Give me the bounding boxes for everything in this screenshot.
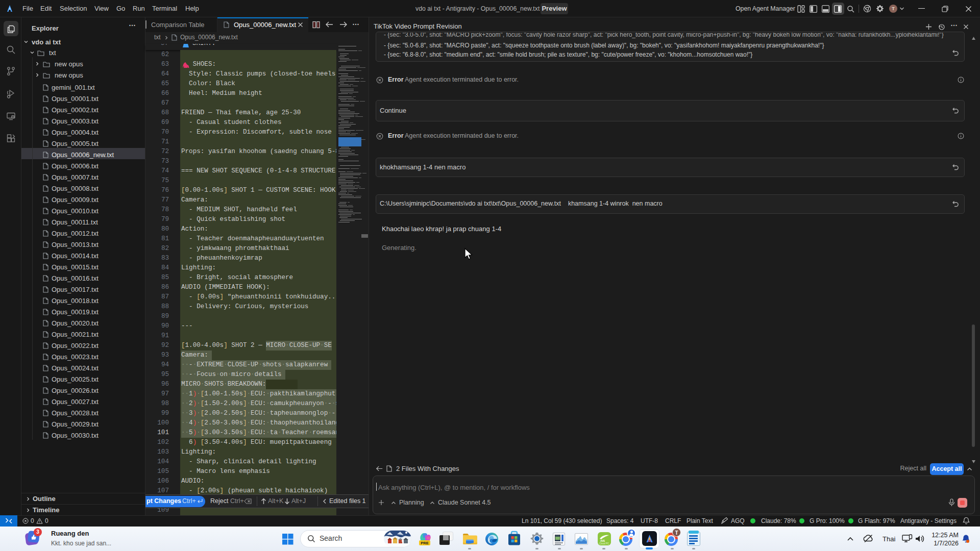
- svg-text:PRE: PRE: [421, 541, 428, 545]
